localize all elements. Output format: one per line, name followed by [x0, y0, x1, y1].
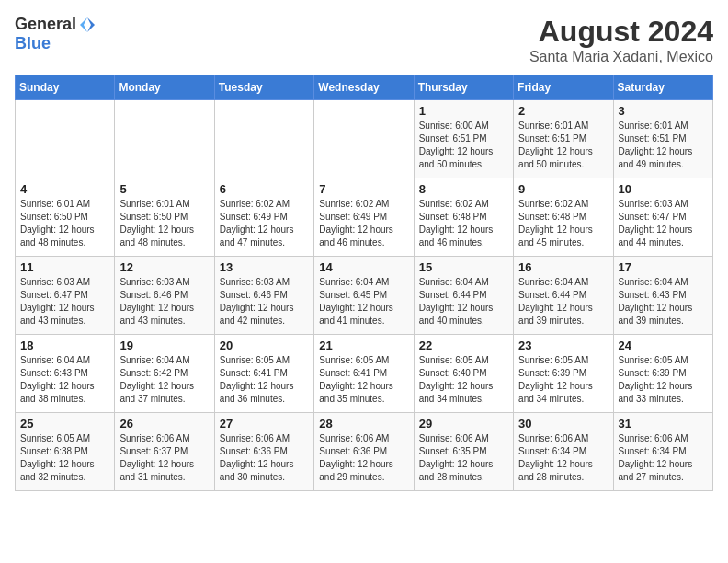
logo-general: General: [15, 15, 76, 34]
day-number: 21: [319, 339, 408, 352]
day-info: Sunrise: 6:03 AM Sunset: 6:47 PM Dayligh…: [619, 198, 708, 249]
day-number: 1: [419, 104, 508, 118]
calendar-cell: 11Sunrise: 6:03 AM Sunset: 6:47 PM Dayli…: [16, 257, 115, 335]
calendar-cell: 14Sunrise: 6:04 AM Sunset: 6:45 PM Dayli…: [314, 257, 414, 335]
calendar-cell: [214, 100, 313, 178]
logo: General Blue: [15, 15, 97, 53]
calendar-cell: 7Sunrise: 6:02 AM Sunset: 6:49 PM Daylig…: [314, 178, 414, 257]
day-number: 30: [518, 417, 608, 431]
day-info: Sunrise: 6:02 AM Sunset: 6:48 PM Dayligh…: [419, 198, 508, 249]
day-info: Sunrise: 6:03 AM Sunset: 6:46 PM Dayligh…: [119, 276, 209, 327]
calendar-cell: 21Sunrise: 6:05 AM Sunset: 6:41 PM Dayli…: [314, 335, 414, 413]
weekday-header-monday: Monday: [115, 75, 214, 100]
day-info: Sunrise: 6:04 AM Sunset: 6:44 PM Dayligh…: [419, 276, 508, 327]
calendar-cell: 16Sunrise: 6:04 AM Sunset: 6:44 PM Dayli…: [514, 257, 613, 335]
day-info: Sunrise: 6:04 AM Sunset: 6:44 PM Dayligh…: [518, 276, 608, 327]
day-number: 28: [319, 417, 408, 431]
calendar-cell: 28Sunrise: 6:06 AM Sunset: 6:36 PM Dayli…: [314, 413, 414, 491]
day-number: 13: [220, 260, 309, 274]
day-number: 20: [220, 339, 309, 352]
day-number: 10: [619, 182, 708, 196]
day-info: Sunrise: 6:05 AM Sunset: 6:39 PM Dayligh…: [619, 354, 708, 406]
svg-marker-0: [87, 17, 95, 32]
day-number: 18: [20, 339, 109, 352]
day-number: 24: [619, 339, 708, 352]
svg-marker-1: [80, 17, 87, 32]
month-title: August 2024: [529, 15, 713, 49]
calendar-cell: 3Sunrise: 6:01 AM Sunset: 6:51 PM Daylig…: [613, 100, 712, 178]
day-number: 2: [518, 104, 608, 118]
weekday-header-wednesday: Wednesday: [314, 75, 414, 100]
day-number: 14: [319, 260, 408, 274]
calendar-cell: 18Sunrise: 6:04 AM Sunset: 6:43 PM Dayli…: [16, 335, 115, 413]
title-area: August 2024 Santa Maria Xadani, Mexico: [529, 15, 713, 65]
day-info: Sunrise: 6:01 AM Sunset: 6:50 PM Dayligh…: [119, 198, 209, 249]
day-number: 27: [220, 417, 309, 431]
day-info: Sunrise: 6:04 AM Sunset: 6:45 PM Dayligh…: [319, 276, 408, 327]
calendar-cell: 6Sunrise: 6:02 AM Sunset: 6:49 PM Daylig…: [214, 178, 313, 257]
day-info: Sunrise: 6:04 AM Sunset: 6:43 PM Dayligh…: [619, 276, 708, 327]
header: General Blue August 2024 Santa Maria Xad…: [15, 15, 713, 65]
calendar-cell: 23Sunrise: 6:05 AM Sunset: 6:39 PM Dayli…: [514, 335, 613, 413]
calendar-cell: 9Sunrise: 6:02 AM Sunset: 6:48 PM Daylig…: [514, 178, 613, 257]
day-number: 29: [419, 417, 508, 431]
day-number: 8: [419, 182, 508, 196]
calendar-cell: 29Sunrise: 6:06 AM Sunset: 6:35 PM Dayli…: [414, 413, 513, 491]
day-number: 5: [119, 182, 209, 196]
day-info: Sunrise: 6:05 AM Sunset: 6:39 PM Dayligh…: [518, 354, 608, 406]
day-number: 12: [119, 260, 209, 274]
day-info: Sunrise: 6:03 AM Sunset: 6:47 PM Dayligh…: [20, 276, 109, 327]
day-number: 7: [319, 182, 408, 196]
day-info: Sunrise: 6:01 AM Sunset: 6:50 PM Dayligh…: [20, 198, 109, 249]
day-number: 23: [518, 339, 608, 352]
calendar-cell: 20Sunrise: 6:05 AM Sunset: 6:41 PM Dayli…: [214, 335, 313, 413]
calendar-table: SundayMondayTuesdayWednesdayThursdayFrid…: [15, 75, 713, 491]
day-info: Sunrise: 6:01 AM Sunset: 6:51 PM Dayligh…: [518, 120, 608, 171]
day-info: Sunrise: 6:05 AM Sunset: 6:38 PM Dayligh…: [20, 432, 109, 484]
day-number: 31: [619, 417, 708, 431]
weekday-header-sunday: Sunday: [16, 75, 115, 100]
day-info: Sunrise: 6:06 AM Sunset: 6:37 PM Dayligh…: [119, 432, 209, 484]
calendar-cell: [314, 100, 414, 178]
calendar-cell: 1Sunrise: 6:00 AM Sunset: 6:51 PM Daylig…: [414, 100, 513, 178]
location-title: Santa Maria Xadani, Mexico: [529, 49, 713, 65]
day-info: Sunrise: 6:06 AM Sunset: 6:34 PM Dayligh…: [518, 432, 608, 484]
calendar-cell: 26Sunrise: 6:06 AM Sunset: 6:37 PM Dayli…: [115, 413, 214, 491]
weekday-header-thursday: Thursday: [414, 75, 513, 100]
weekday-header-tuesday: Tuesday: [214, 75, 313, 100]
weekday-header-friday: Friday: [514, 75, 613, 100]
calendar-cell: 8Sunrise: 6:02 AM Sunset: 6:48 PM Daylig…: [414, 178, 513, 257]
day-number: 16: [518, 260, 608, 274]
day-number: 26: [119, 417, 209, 431]
day-info: Sunrise: 6:05 AM Sunset: 6:41 PM Dayligh…: [220, 354, 309, 406]
calendar-cell: 17Sunrise: 6:04 AM Sunset: 6:43 PM Dayli…: [613, 257, 712, 335]
day-info: Sunrise: 6:06 AM Sunset: 6:36 PM Dayligh…: [220, 432, 309, 484]
day-number: 6: [220, 182, 309, 196]
day-number: 19: [119, 339, 209, 352]
calendar-cell: [16, 100, 115, 178]
calendar-cell: 15Sunrise: 6:04 AM Sunset: 6:44 PM Dayli…: [414, 257, 513, 335]
day-number: 17: [619, 260, 708, 274]
calendar-cell: 5Sunrise: 6:01 AM Sunset: 6:50 PM Daylig…: [115, 178, 214, 257]
day-info: Sunrise: 6:01 AM Sunset: 6:51 PM Dayligh…: [619, 120, 708, 171]
logo-icon: [78, 16, 97, 34]
calendar-cell: 19Sunrise: 6:04 AM Sunset: 6:42 PM Dayli…: [115, 335, 214, 413]
calendar-cell: 2Sunrise: 6:01 AM Sunset: 6:51 PM Daylig…: [514, 100, 613, 178]
calendar-cell: 4Sunrise: 6:01 AM Sunset: 6:50 PM Daylig…: [16, 178, 115, 257]
day-info: Sunrise: 6:04 AM Sunset: 6:43 PM Dayligh…: [20, 354, 109, 406]
calendar-cell: 10Sunrise: 6:03 AM Sunset: 6:47 PM Dayli…: [613, 178, 712, 257]
calendar-cell: 12Sunrise: 6:03 AM Sunset: 6:46 PM Dayli…: [115, 257, 214, 335]
day-number: 15: [419, 260, 508, 274]
day-info: Sunrise: 6:02 AM Sunset: 6:49 PM Dayligh…: [220, 198, 309, 249]
calendar-cell: 24Sunrise: 6:05 AM Sunset: 6:39 PM Dayli…: [613, 335, 712, 413]
day-info: Sunrise: 6:06 AM Sunset: 6:36 PM Dayligh…: [319, 432, 408, 484]
day-info: Sunrise: 6:03 AM Sunset: 6:46 PM Dayligh…: [220, 276, 309, 327]
day-number: 25: [20, 417, 109, 431]
logo-blue: Blue: [15, 34, 51, 53]
day-number: 3: [619, 104, 708, 118]
day-number: 9: [518, 182, 608, 196]
day-number: 11: [20, 260, 109, 274]
day-number: 22: [419, 339, 508, 352]
calendar-cell: 22Sunrise: 6:05 AM Sunset: 6:40 PM Dayli…: [414, 335, 513, 413]
day-number: 4: [20, 182, 109, 196]
